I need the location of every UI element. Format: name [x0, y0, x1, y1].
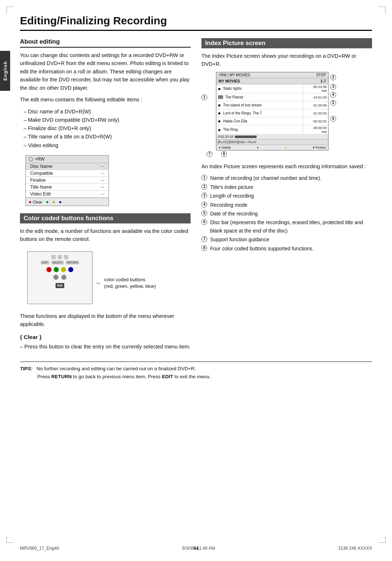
edit-menu-item-discname: Disc Name ⸻	[26, 163, 109, 170]
remote-bottom-row: RW	[30, 283, 90, 288]
edit-menu-item-compatible: Compatible ⸻	[26, 170, 109, 177]
left-column: About editing You can change disc conten…	[20, 38, 191, 354]
page-title: Editing/Finalizing Recording	[20, 15, 372, 31]
clear-title: { Clear }	[20, 334, 191, 340]
corner-mark-bl	[7, 536, 13, 543]
idx-row-5: ● Habla Con Ella 00:32:02	[216, 117, 328, 125]
idx-topbar: +RW | MY MOVIES STOP	[216, 72, 328, 78]
right-column: Index Picture screen The Index Picture s…	[201, 38, 372, 253]
callout-1: 1	[201, 94, 207, 100]
remote-diagram: ~ ~ ~ EDIT SELECT RETURN	[27, 251, 93, 304]
callout-2: 2	[330, 74, 336, 80]
remote-mid-row1: EDIT SELECT RETURN	[30, 261, 90, 265]
clear-body: – Press this button to clear the entry o…	[20, 343, 191, 351]
idx-row-2: 00 The Pianist 14:01:03	[216, 93, 328, 101]
edit-menu-item-videoedit: Video Edit ⸻	[26, 191, 109, 198]
callout-7: 7	[207, 151, 212, 157]
list-item: Disc name of a DVD+R(W)	[24, 108, 191, 116]
color-buttons-header: Color coded buttons functions	[20, 213, 191, 223]
idx-row-6: ● The Ring 28:06:03 M4	[216, 125, 328, 134]
edit-menu-diagram: ◯ +RW Disc Name ⸻ Compatible ⸻ Finalise …	[25, 155, 109, 206]
callout-8: 8	[221, 151, 227, 157]
yellow-button-icon	[61, 267, 66, 272]
index-screen-container: 1 +RW | MY MOVIES STOP MY MOVIES 1-7	[201, 72, 372, 157]
list-item: Make DVD compatible (DVD+RW only)	[24, 116, 191, 124]
list-item: Title name of a title on a DVD+R(W)	[24, 133, 191, 141]
callout-list-item-6: 6 Disc bar (represents the recordings, e…	[201, 218, 372, 235]
idx-row-3: ● The island of lost dream 01:20:00	[216, 101, 328, 109]
index-picture-header: Index Picture screen	[201, 38, 372, 48]
bottom-callouts: 7 8	[207, 151, 372, 157]
disc-bar-fill	[235, 136, 257, 138]
callout-4: 4	[330, 92, 336, 98]
tips-section: TIPS: No further recording and editing c…	[20, 362, 372, 380]
idx-subbar: MY MOVIES 1-7	[216, 78, 328, 84]
corner-mark-tr	[379, 7, 385, 13]
edit-menu-footer: ● Clear ● ● ●	[26, 198, 109, 206]
page-number-center: 44	[193, 545, 199, 551]
corner-mark-br	[379, 536, 385, 543]
callout-list-item-2: 2 Title's index picture	[201, 183, 372, 191]
remote-labels: ← color coded buttons (red, green, yello…	[95, 266, 156, 290]
idx-row-1: ● Static lights 00:22:08 M4	[216, 84, 328, 93]
remote-color-row	[30, 267, 90, 272]
editing-items-list: Disc name of a DVD+R(W) Make DVD compati…	[24, 108, 191, 150]
callout-list-item-8: 8 Four color coded buttons supported fun…	[201, 245, 372, 253]
callout-list-item-3: 3 Length of recording	[201, 192, 372, 200]
edit-menu-item-finalise: Finalise ⸻	[26, 177, 109, 184]
right-callouts: 2 3 4 5	[330, 72, 336, 123]
about-editing-body1: You can change disc contents and setting…	[20, 51, 191, 92]
list-item: Video editing	[24, 141, 191, 150]
clear-section: { Clear } – Press this button to clear t…	[20, 334, 191, 351]
red-button-icon	[46, 267, 52, 272]
callout-list-item-7: 7 Support function guidance	[201, 235, 372, 243]
tips-label: TIPS:	[20, 366, 33, 371]
remote-diagram-wrapper: ~ ~ ~ EDIT SELECT RETURN	[20, 247, 191, 308]
index-screen-diagram: +RW | MY MOVIES STOP MY MOVIES 1-7 ●	[216, 72, 328, 150]
sidebar-english: English	[0, 51, 10, 91]
remote-top-row: ~ ~ ~	[30, 255, 90, 259]
remote-label-text: color coded buttons (red, green, yellow,…	[104, 277, 156, 290]
callout-3: 3	[330, 84, 336, 90]
remote-extra-row	[30, 275, 90, 280]
idx-row-4: ● Lord of the Rings, The T 21:02:03	[216, 109, 328, 117]
callout-list-item-1: 1 Name of recording (or channel number a…	[201, 174, 372, 182]
index-picture-body1: The Index Picture screen shows your reco…	[201, 52, 372, 68]
callout-5: 5	[330, 100, 336, 106]
edit-menu-title-row: ◯ +RW	[26, 156, 109, 163]
color-buttons-section: Color coded buttons functions In the edi…	[20, 213, 191, 351]
edit-menu-item-titlename: Title Name ⸻	[26, 184, 109, 191]
footer-right: 3139 246 XXXXX	[338, 546, 372, 551]
index-picture-body2: An Index Picture screen represents each …	[201, 162, 372, 170]
about-editing-header: About editing	[20, 38, 191, 48]
footer-left: MRV660_17_Eng40	[20, 546, 59, 551]
color-buttons-body: In the edit mode, a number of functions …	[20, 227, 191, 243]
functions-display-text: These functions are displayed in the bot…	[20, 312, 191, 328]
idx-guidance: [PLAY] [EDIT](OK) = PLAY	[216, 140, 328, 145]
idx-disc-bar-row: 3:02:20:16	[216, 134, 328, 140]
callout-list-item-5: 5 Date of the recording	[201, 210, 372, 218]
callout-list: 1 Name of recording (or channel number a…	[201, 174, 372, 253]
blue-button-icon	[68, 267, 73, 272]
tips-text: TIPS: No further recording and editing c…	[20, 365, 372, 380]
list-item: Finalize disc (DVD+R only)	[24, 124, 191, 133]
corner-mark-tl	[7, 7, 13, 13]
left-callout-area: 1	[201, 72, 207, 100]
about-editing-body2: The edit menu contains the following edi…	[20, 96, 191, 104]
green-button-icon	[54, 267, 59, 272]
idx-footer: ● Delete ● ● ● Protect	[216, 145, 328, 150]
callout-6: 6	[330, 116, 336, 122]
callout-list-item-4: 4 Recording mode	[201, 201, 372, 209]
